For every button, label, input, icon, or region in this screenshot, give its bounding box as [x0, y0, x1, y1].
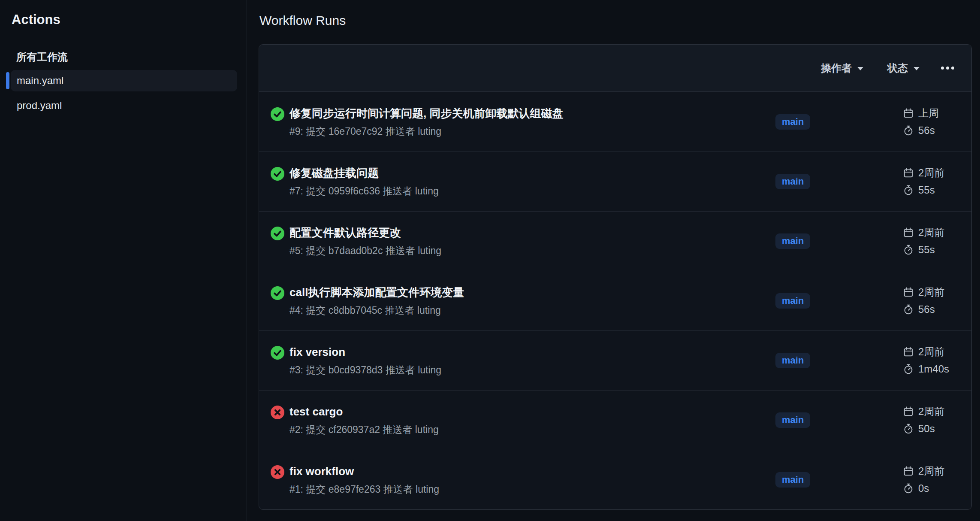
- run-times: 2周前 55s: [903, 166, 944, 197]
- run-title-link[interactable]: test cargo: [289, 404, 439, 419]
- stopwatch-icon: [903, 363, 914, 375]
- run-times: 2周前 55s: [903, 225, 944, 257]
- calendar-icon: [903, 167, 914, 179]
- calendar-icon: [903, 287, 914, 298]
- run-date: 2周前: [918, 285, 944, 299]
- run-times: 2周前 56s: [903, 285, 944, 317]
- success-check-icon: [271, 286, 284, 300]
- failure-x-icon: [271, 465, 284, 479]
- sidebar-item-all-workflows[interactable]: 所有工作流: [16, 51, 247, 64]
- kebab-dot: [946, 67, 949, 70]
- chevron-down-icon: [857, 67, 863, 70]
- actor-filter-label: 操作者: [821, 61, 852, 75]
- run-date: 上周: [918, 106, 939, 120]
- run-date: 2周前: [918, 166, 944, 180]
- run-date: 2周前: [918, 464, 944, 478]
- workflow-run-row: 配置文件默认路径更改 #5: 提交 b7daad0b2c 推送者 luting …: [259, 211, 971, 271]
- stopwatch-icon: [903, 304, 914, 315]
- status-filter-label: 状态: [887, 61, 908, 75]
- run-title-link[interactable]: fix version: [289, 345, 441, 360]
- run-commit-meta: #4: 提交 c8dbb7045c 推送者 luting: [289, 304, 464, 317]
- sidebar-item-prod.yaml[interactable]: prod.yaml: [11, 95, 237, 116]
- run-times: 2周前 0s: [903, 464, 944, 496]
- run-title-link[interactable]: call执行脚本添加配置文件环境变量: [289, 285, 464, 300]
- run-duration: 1m40s: [918, 363, 949, 375]
- run-summary: 修复同步运行时间计算问题, 同步关机前卸载默认组磁盘 #9: 提交 16e70e…: [271, 106, 563, 138]
- actions-sidebar: Actions 所有工作流 main.yamlprod.yaml: [0, 0, 247, 521]
- workflow-run-row: 修复磁盘挂载问题 #7: 提交 0959f6c636 推送者 luting ma…: [259, 151, 971, 211]
- run-duration: 56s: [918, 303, 935, 315]
- stopwatch-icon: [903, 244, 914, 255]
- run-times: 2周前 1m40s: [903, 345, 949, 376]
- status-filter-dropdown[interactable]: 状态: [887, 61, 920, 75]
- run-date: 2周前: [918, 345, 944, 359]
- workflow-run-row: call执行脚本添加配置文件环境变量 #4: 提交 c8dbb7045c 推送者…: [259, 271, 971, 330]
- run-commit-meta: #3: 提交 b0cd9378d3 推送者 luting: [289, 363, 441, 376]
- sidebar-item-label: prod.yaml: [17, 100, 62, 112]
- run-commit-meta: #5: 提交 b7daad0b2c 推送者 luting: [289, 244, 441, 257]
- calendar-icon: [903, 346, 914, 357]
- workflow-runs-panel: Workflow Runs 操作者 状态: [247, 0, 980, 521]
- branch-badge[interactable]: main: [775, 293, 810, 309]
- success-check-icon: [271, 167, 284, 181]
- run-date: 2周前: [918, 405, 944, 418]
- success-check-icon: [271, 107, 284, 121]
- branch-badge[interactable]: main: [775, 412, 810, 428]
- stopwatch-icon: [903, 125, 914, 136]
- check-circle-icon: [271, 107, 284, 121]
- run-summary: 配置文件默认路径更改 #5: 提交 b7daad0b2c 推送者 luting: [271, 225, 441, 257]
- actor-filter-dropdown[interactable]: 操作者: [821, 61, 863, 75]
- kebab-dot: [951, 67, 954, 70]
- run-summary: 修复磁盘挂载问题 #7: 提交 0959f6c636 推送者 luting: [271, 166, 439, 197]
- run-title-link[interactable]: 配置文件默认路径更改: [289, 225, 441, 240]
- run-duration: 56s: [918, 124, 935, 136]
- stopwatch-icon: [903, 185, 914, 196]
- run-title-link[interactable]: 修复磁盘挂载问题: [289, 166, 439, 181]
- success-check-icon: [271, 346, 284, 360]
- check-circle-icon: [271, 346, 284, 360]
- workflow-run-row: fix version #3: 提交 b0cd9378d3 推送者 luting…: [259, 330, 971, 390]
- success-check-icon: [271, 227, 284, 240]
- workflow-runs-card: 操作者 状态: [259, 44, 972, 510]
- calendar-icon: [903, 227, 914, 238]
- workflow-run-list: 修复同步运行时间计算问题, 同步关机前卸载默认组磁盘 #9: 提交 16e70e…: [259, 92, 971, 509]
- branch-badge[interactable]: main: [775, 353, 810, 368]
- run-title-link[interactable]: 修复同步运行时间计算问题, 同步关机前卸载默认组磁盘: [289, 106, 563, 121]
- page-title: Workflow Runs: [259, 12, 980, 29]
- workflow-run-row: 修复同步运行时间计算问题, 同步关机前卸载默认组磁盘 #9: 提交 16e70e…: [259, 92, 971, 151]
- run-times: 2周前 50s: [903, 404, 944, 436]
- check-circle-icon: [271, 286, 284, 300]
- x-circle-icon: [271, 406, 284, 419]
- stopwatch-icon: [903, 483, 914, 494]
- selected-accent-bar: [6, 72, 9, 89]
- run-duration: 55s: [918, 244, 935, 256]
- branch-badge[interactable]: main: [775, 114, 810, 130]
- branch-badge[interactable]: main: [775, 472, 810, 488]
- run-summary: fix workflow #1: 提交 e8e97fe263 推送者 lutin…: [271, 464, 439, 496]
- x-circle-icon: [271, 465, 284, 479]
- run-title-link[interactable]: fix workflow: [289, 464, 439, 479]
- sidebar-item-main.yaml[interactable]: main.yaml: [11, 70, 237, 91]
- run-summary: fix version #3: 提交 b0cd9378d3 推送者 luting: [271, 345, 441, 376]
- run-duration: 55s: [918, 184, 935, 196]
- run-duration: 50s: [918, 423, 935, 435]
- branch-badge[interactable]: main: [775, 233, 810, 249]
- run-date: 2周前: [918, 226, 944, 239]
- calendar-icon: [903, 406, 914, 417]
- calendar-icon: [903, 108, 914, 119]
- check-circle-icon: [271, 227, 284, 240]
- run-commit-meta: #2: 提交 cf260937a2 推送者 luting: [289, 423, 439, 436]
- run-summary: test cargo #2: 提交 cf260937a2 推送者 luting: [271, 404, 439, 436]
- run-times: 上周 56s: [903, 106, 939, 138]
- run-duration: 0s: [918, 482, 929, 494]
- run-commit-meta: #7: 提交 0959f6c636 推送者 luting: [289, 185, 439, 197]
- run-commit-meta: #9: 提交 16e70e7c92 推送者 luting: [289, 125, 563, 138]
- workflow-run-row: fix workflow #1: 提交 e8e97fe263 推送者 lutin…: [259, 450, 971, 509]
- run-summary: call执行脚本添加配置文件环境变量 #4: 提交 c8dbb7045c 推送者…: [271, 285, 464, 317]
- sidebar-item-label: main.yaml: [17, 75, 63, 87]
- kebab-dot: [941, 67, 944, 70]
- more-options-button[interactable]: [940, 64, 955, 72]
- branch-badge[interactable]: main: [775, 174, 810, 189]
- workflow-file-list: main.yamlprod.yaml: [0, 70, 247, 116]
- runs-toolbar: 操作者 状态: [259, 45, 971, 92]
